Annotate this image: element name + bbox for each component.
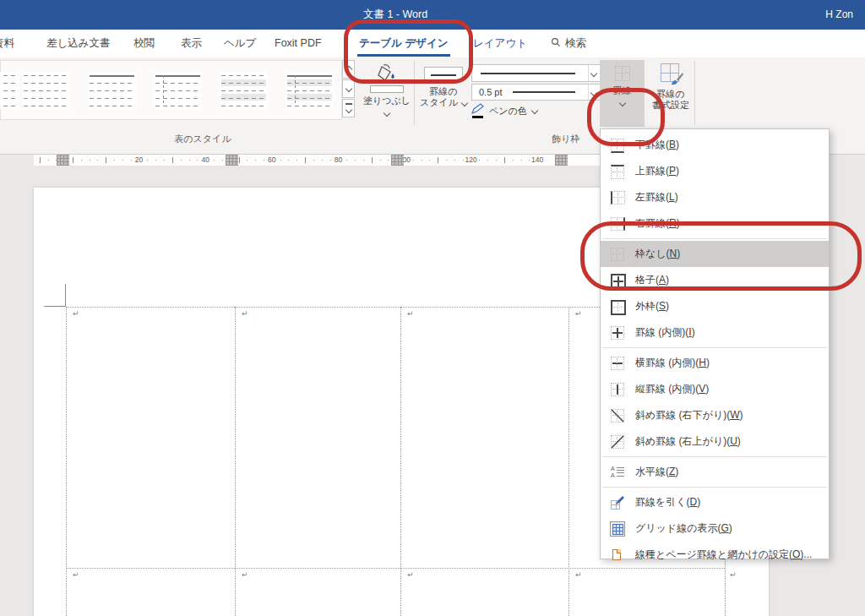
pen-color-swatch (472, 116, 483, 119)
table-style-thumbnail[interactable] (0, 72, 19, 109)
menu-separator (602, 238, 827, 239)
shading-button[interactable]: 塗りつぶし (362, 60, 411, 128)
border-styles-button[interactable]: 罫線の スタイル (417, 60, 470, 128)
table-column-marker[interactable] (555, 155, 568, 166)
all-borders-icon (611, 274, 624, 287)
cell-end-mark: ↵ (242, 310, 248, 318)
border-style-preview-icon (424, 67, 463, 81)
menu-item-borders-shading[interactable]: 線種とページ罫線と網かけの設定(O)... (601, 542, 829, 568)
menu-item-all-borders[interactable]: 格子(A) (601, 267, 829, 293)
menu-item-draw-table[interactable]: 罫線を引く(D) (601, 489, 829, 515)
tab-foxit-pdf[interactable]: Foxit PDF (275, 30, 322, 57)
border-painter-label-2: 書式設定 (652, 100, 689, 110)
menu-separator (602, 487, 827, 488)
cell-end-mark: ↵ (575, 310, 582, 318)
table-style-thumbnail[interactable] (286, 72, 334, 109)
inside-vertical-icon (611, 383, 624, 396)
borders-grid-icon (615, 66, 630, 81)
menu-item-border-top[interactable]: 上罫線(P) (601, 158, 829, 184)
menu-item-border-none[interactable]: 枠なし(N) (601, 241, 829, 267)
ruler-number: 60 (268, 155, 275, 164)
border-painter-label-1: 罫線の (656, 89, 684, 99)
search-label: 検索 (565, 37, 586, 49)
gallery-more-button[interactable] (342, 99, 355, 117)
menu-item-label: 斜め罫線 (右下がり)(W) (635, 408, 743, 422)
line-weight-sample (513, 91, 575, 93)
pen-color-label: ペンの色 (489, 106, 527, 116)
active-tab-underline (357, 54, 450, 57)
line-weight-combobox[interactable]: 0.5 pt (471, 84, 601, 101)
menu-item-label: 外枠(S) (635, 299, 669, 313)
ruler-number: 40 (201, 155, 209, 164)
menu-item-border-right[interactable]: 右罫線(R) (601, 210, 829, 237)
table-column-marker[interactable] (57, 155, 69, 166)
draw-table-icon (611, 496, 624, 510)
menu-item-label: 右罫線(R) (635, 216, 680, 231)
menu-item-view-gridlines[interactable]: グリッド線の表示(G) (601, 515, 829, 542)
menu-item-diagonal-up[interactable]: 斜め罫線 (右上がり)(U) (601, 428, 829, 455)
tab-references[interactable]: 資料 (0, 30, 14, 57)
combobox-dropdown-button[interactable] (588, 84, 601, 100)
search-icon (551, 30, 560, 40)
menu-item-outside-borders[interactable]: 外枠(S) (601, 293, 829, 319)
borders-button-label: 罫線 (600, 84, 645, 97)
menu-item-label: 枠なし(N) (635, 247, 680, 261)
line-weight-value: 0.5 pt (479, 87, 503, 97)
tab-layout[interactable]: レイアウト (473, 30, 527, 57)
menu-item-border-bottom[interactable]: 下罫線(B) (601, 132, 829, 158)
table-styles-gallery (0, 60, 342, 120)
chevron-down-icon (461, 100, 468, 106)
tab-view[interactable]: 表示 (181, 30, 202, 57)
pen-color-button[interactable]: ペンの色 (471, 103, 549, 125)
search-box[interactable]: 検索 (551, 30, 586, 57)
table-column-marker[interactable] (226, 155, 238, 166)
border-left-icon (611, 191, 624, 204)
gallery-scroll-up-button[interactable] (342, 60, 355, 79)
cell-end-mark: ↵ (73, 310, 79, 318)
menu-item-inside-vertical[interactable]: 縦罫線 (内側)(V) (601, 376, 829, 402)
insertion-cursor (44, 306, 65, 307)
ruler-number: 140 (531, 155, 543, 164)
table-style-thumbnail[interactable] (88, 72, 136, 109)
menu-item-label: 線種とページ罫線と網かけの設定(O)... (635, 548, 812, 562)
chevron-down-icon (345, 106, 352, 113)
title-bar: 文書 1 - Word H Zon (0, 0, 865, 30)
gallery-scroll-down-button[interactable] (342, 79, 355, 98)
tab-mailings[interactable]: 差し込み文書 (46, 30, 111, 57)
border-styles-label-2: スタイル (420, 97, 458, 107)
menu-separator (602, 456, 827, 457)
table-style-thumbnail[interactable] (154, 72, 202, 109)
outside-borders-icon (611, 300, 624, 313)
menu-item-horizontal-line[interactable]: AA水平線(Z) (601, 459, 829, 485)
ruler-number: 20 (135, 155, 143, 164)
border-painter-button[interactable]: 罫線の 書式設定 (647, 60, 694, 128)
combobox-dropdown-button[interactable] (588, 65, 601, 81)
document-title: 文書 1 - Word (311, 0, 480, 30)
border-right-icon (611, 217, 624, 231)
menu-item-border-left[interactable]: 左罫線(L) (601, 184, 829, 210)
group-label-table-styles: 表のスタイル (139, 133, 266, 145)
line-style-combobox[interactable] (471, 64, 601, 82)
menu-item-label: 罫線 (内側)(I) (635, 325, 695, 340)
diagonal-up-icon (611, 435, 624, 449)
group-separator (694, 61, 695, 125)
diagonal-down-icon (611, 409, 624, 422)
table-column-marker[interactable] (391, 155, 404, 166)
menu-item-diagonal-down[interactable]: 斜め罫線 (右下がり)(W) (601, 402, 829, 428)
menu-item-inside-horizontal[interactable]: 横罫線 (内側)(H) (601, 350, 829, 376)
menu-item-inside-borders[interactable]: 罫線 (内側)(I) (601, 319, 829, 346)
fill-color-swatch (370, 85, 404, 93)
tab-help[interactable]: ヘルプ (224, 30, 256, 57)
border-bottom-icon (611, 139, 624, 152)
tab-review[interactable]: 校閲 (133, 30, 155, 57)
table-style-thumbnail[interactable] (220, 72, 268, 109)
line-style-sample (481, 73, 575, 74)
menu-item-label: 縦罫線 (内側)(V) (635, 382, 709, 396)
menu-item-label: 斜め罫線 (右上がり)(U) (635, 434, 741, 449)
paint-bucket-icon (362, 62, 411, 85)
chevron-up-icon (345, 66, 352, 73)
table-style-thumbnail[interactable] (22, 72, 70, 109)
chevron-down-icon (590, 90, 597, 96)
borders-button[interactable]: 罫線 (600, 60, 645, 127)
inside-horizontal-icon (611, 357, 624, 370)
